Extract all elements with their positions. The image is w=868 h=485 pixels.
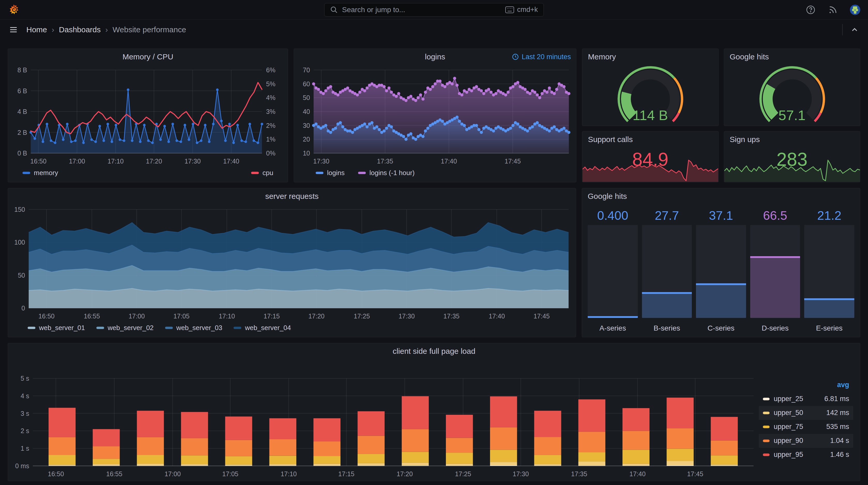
page-load-bar-segment[interactable]	[93, 459, 120, 464]
panel-title-logins[interactable]: logins	[425, 53, 445, 61]
page-load-bar-segment[interactable]	[402, 465, 429, 466]
page-load-bar-segment[interactable]	[711, 455, 738, 464]
bar-gauge-column[interactable]: 37.1C-series	[696, 206, 746, 332]
page-load-bar-segment[interactable]	[579, 465, 606, 466]
page-load-bar-segment[interactable]	[402, 396, 429, 429]
chevron-up-icon[interactable]	[849, 25, 860, 35]
menu-toggle-icon[interactable]	[8, 25, 19, 35]
page-load-bar-segment[interactable]	[270, 465, 297, 466]
legend-item-logins[interactable]: logins	[316, 169, 345, 177]
page-load-bar-segment[interactable]	[579, 432, 606, 452]
legend-item-web-server-01[interactable]: web_server_01	[28, 324, 85, 332]
page-load-bar-segment[interactable]	[137, 411, 164, 437]
logins-chart[interactable]: 1020304050607017:3017:3517:4017:45	[294, 65, 576, 167]
page-load-bar-segment[interactable]	[446, 464, 473, 465]
page-load-bar-segment[interactable]	[490, 427, 517, 450]
page-load-bar-segment[interactable]	[534, 465, 561, 466]
panel-title-client-page-load[interactable]: client side full page load	[393, 347, 475, 356]
page-load-bar-segment[interactable]	[137, 464, 164, 465]
legend-item-web-server-02[interactable]: web_server_02	[96, 324, 154, 332]
legend-row-upper-75[interactable]: upper_75535 ms	[759, 420, 853, 434]
page-load-bar-segment[interactable]	[667, 428, 694, 449]
page-load-bar-segment[interactable]	[490, 450, 517, 462]
panel-title-sign-ups[interactable]: Sign ups	[730, 135, 760, 144]
legend-row-upper-95[interactable]: upper_951.46 s	[759, 448, 853, 462]
page-load-bar-segment[interactable]	[270, 418, 297, 439]
legend-item-cpu[interactable]: cpu	[251, 169, 273, 177]
grafana-logo-icon[interactable]	[8, 4, 20, 16]
page-load-bar-segment[interactable]	[402, 452, 429, 463]
page-load-bar-segment[interactable]	[225, 464, 252, 465]
legend-item-memory[interactable]: memory	[23, 169, 58, 177]
panel-title-support-calls[interactable]: Support calls	[588, 135, 633, 144]
page-load-bar-segment[interactable]	[358, 454, 385, 463]
panel-title-google-hits-gauge[interactable]: Google hits	[730, 53, 769, 61]
legend-row-upper-90[interactable]: upper_901.04 s	[759, 434, 853, 448]
memory-cpu-chart[interactable]: 0 B2 B4 B6 B8 B0%1%2%3%4%5%6%16:5017:001…	[8, 65, 288, 167]
page-load-bar-segment[interactable]	[313, 418, 340, 442]
page-load-bar-segment[interactable]	[49, 464, 76, 465]
page-load-bar-segment[interactable]	[446, 465, 473, 466]
page-load-bar-segment[interactable]	[137, 437, 164, 455]
user-avatar[interactable]	[850, 5, 860, 15]
bar-gauge-column[interactable]: 21.2E-series	[804, 206, 854, 332]
page-load-bar-segment[interactable]	[137, 465, 164, 466]
legend-item-web-server-04[interactable]: web_server_04	[234, 324, 291, 332]
page-load-bar-segment[interactable]	[49, 455, 76, 464]
page-load-bar-segment[interactable]	[534, 464, 561, 465]
page-load-bar-segment[interactable]	[579, 399, 606, 431]
page-load-bar-segment[interactable]	[402, 429, 429, 452]
page-load-bar-segment[interactable]	[313, 465, 340, 466]
page-load-bar-segment[interactable]	[490, 462, 517, 465]
page-load-bar-segment[interactable]	[490, 465, 517, 466]
panel-title-google-hits-bars[interactable]: Google hits	[588, 192, 627, 201]
memory-gauge[interactable]: 114 B	[582, 65, 718, 127]
page-load-bar-segment[interactable]	[534, 455, 561, 464]
page-load-bar-segment[interactable]	[711, 417, 738, 441]
page-load-bar-segment[interactable]	[313, 456, 340, 464]
page-load-bar-segment[interactable]	[137, 455, 164, 464]
page-load-bar-segment[interactable]	[225, 417, 252, 440]
page-load-bar-segment[interactable]	[446, 438, 473, 453]
legend-item-logins-prev[interactable]: logins (-1 hour)	[358, 169, 414, 177]
page-load-chart[interactable]: 0 ms1 s2 s3 s4 s5 s16:5016:5517:0017:051…	[8, 359, 759, 481]
bar-gauge-column[interactable]: 66.5D-series	[750, 206, 800, 332]
page-load-bar-segment[interactable]	[49, 465, 76, 466]
page-load-bar-segment[interactable]	[181, 438, 208, 455]
page-load-bar-segment[interactable]	[181, 455, 208, 464]
breadcrumb-dashboards[interactable]: Dashboards	[59, 25, 101, 34]
page-load-bar-segment[interactable]	[313, 464, 340, 465]
legend-row-upper-25[interactable]: upper_256.81 ms	[759, 392, 853, 406]
panel-title-server-requests[interactable]: server requests	[265, 192, 319, 201]
page-load-bar-segment[interactable]	[534, 437, 561, 455]
news-rss-icon[interactable]	[828, 5, 838, 15]
bar-gauge-column[interactable]: 27.7B-series	[642, 206, 692, 332]
page-load-bar-segment[interactable]	[402, 463, 429, 465]
page-load-bar-segment[interactable]	[93, 464, 120, 465]
page-load-bar-segment[interactable]	[667, 461, 694, 465]
page-load-bar-segment[interactable]	[667, 398, 694, 428]
page-load-bar-segment[interactable]	[623, 408, 650, 431]
page-load-bar-segment[interactable]	[93, 429, 120, 446]
page-load-bar-segment[interactable]	[181, 412, 208, 438]
breadcrumb-home[interactable]: Home	[26, 25, 47, 34]
page-load-bar-segment[interactable]	[270, 464, 297, 465]
page-load-bar-segment[interactable]	[358, 411, 385, 436]
page-load-bar-segment[interactable]	[711, 441, 738, 456]
panel-time-range-label[interactable]: Last 20 minutes	[512, 49, 571, 65]
page-load-bar-segment[interactable]	[711, 465, 738, 466]
page-load-bar-segment[interactable]	[579, 461, 606, 465]
page-load-bar-segment[interactable]	[358, 465, 385, 466]
page-load-bar-segment[interactable]	[623, 464, 650, 465]
page-load-bar-segment[interactable]	[534, 411, 561, 437]
panel-title-memory-cpu[interactable]: Memory / CPU	[122, 53, 173, 61]
page-load-bar-segment[interactable]	[623, 450, 650, 464]
legend-item-web-server-03[interactable]: web_server_03	[165, 324, 222, 332]
page-load-bar-segment[interactable]	[490, 396, 517, 427]
page-load-bar-segment[interactable]	[93, 465, 120, 466]
page-load-bar-segment[interactable]	[270, 439, 297, 456]
page-load-bar-segment[interactable]	[181, 464, 208, 465]
page-load-bar-segment[interactable]	[667, 449, 694, 461]
page-load-bar-segment[interactable]	[225, 456, 252, 464]
page-load-bar-segment[interactable]	[711, 464, 738, 465]
